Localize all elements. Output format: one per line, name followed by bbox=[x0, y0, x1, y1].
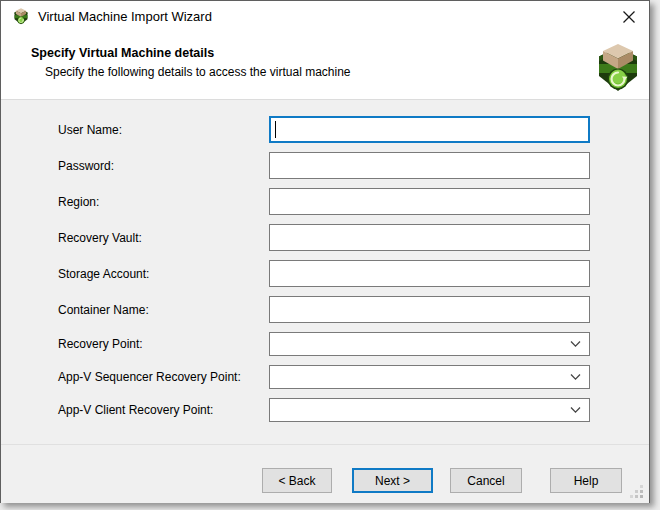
password-input[interactable] bbox=[269, 152, 590, 179]
recovery-point-label: Recovery Point: bbox=[58, 337, 269, 351]
region-label: Region: bbox=[58, 195, 269, 209]
container-name-input[interactable] bbox=[269, 296, 590, 323]
storage-account-label: Storage Account: bbox=[58, 267, 269, 281]
vm-package-icon bbox=[596, 43, 640, 93]
recovery-point-combobox[interactable] bbox=[269, 332, 590, 356]
field-row-password: Password: bbox=[58, 152, 649, 179]
help-button[interactable]: Help bbox=[550, 468, 622, 493]
recovery-vault-label: Recovery Vault: bbox=[58, 231, 269, 245]
appv-client-recovery-point-label: App-V Client Recovery Point: bbox=[58, 403, 269, 417]
chevron-down-icon bbox=[570, 374, 581, 381]
close-button[interactable] bbox=[618, 6, 640, 28]
appv-sequencer-recovery-point-combobox[interactable] bbox=[269, 365, 590, 389]
form-area: User Name: Password: Region: Recovery Va… bbox=[1, 100, 649, 445]
user-name-label: User Name: bbox=[58, 123, 269, 137]
field-row-user-name: User Name: bbox=[58, 116, 649, 143]
resize-grip-icon[interactable] bbox=[630, 485, 644, 499]
chevron-down-icon bbox=[570, 407, 581, 414]
field-row-recovery-vault: Recovery Vault: bbox=[58, 224, 649, 251]
field-row-storage-account: Storage Account: bbox=[58, 260, 649, 287]
password-label: Password: bbox=[58, 159, 269, 173]
field-row-container-name: Container Name: bbox=[58, 296, 649, 323]
vm-package-icon bbox=[13, 8, 29, 25]
back-button[interactable]: < Back bbox=[262, 468, 332, 493]
storage-account-input[interactable] bbox=[269, 260, 590, 287]
cancel-button[interactable]: Cancel bbox=[450, 468, 522, 493]
window-title: Virtual Machine Import Wizard bbox=[38, 9, 212, 24]
page-subtitle: Specify the following details to access … bbox=[45, 65, 351, 79]
wizard-header: Specify Virtual Machine details Specify … bbox=[1, 31, 649, 100]
container-name-label: Container Name: bbox=[58, 303, 269, 317]
chevron-down-icon bbox=[570, 341, 581, 348]
field-row-appv-client-recovery-point: App-V Client Recovery Point: bbox=[58, 398, 649, 422]
field-row-appv-sequencer-recovery-point: App-V Sequencer Recovery Point: bbox=[58, 365, 649, 389]
field-row-region: Region: bbox=[58, 188, 649, 215]
field-row-recovery-point: Recovery Point: bbox=[58, 332, 649, 356]
titlebar[interactable]: Virtual Machine Import Wizard bbox=[1, 1, 649, 31]
button-bar: < Back Next > Cancel Help bbox=[1, 445, 649, 503]
appv-sequencer-recovery-point-label: App-V Sequencer Recovery Point: bbox=[58, 370, 269, 384]
region-input[interactable] bbox=[269, 188, 590, 215]
user-name-input[interactable] bbox=[269, 116, 590, 143]
wizard-dialog: Virtual Machine Import Wizard Specify Vi… bbox=[0, 0, 650, 503]
page-title: Specify Virtual Machine details bbox=[31, 46, 214, 60]
recovery-vault-input[interactable] bbox=[269, 224, 590, 251]
close-icon bbox=[622, 10, 636, 24]
appv-client-recovery-point-combobox[interactable] bbox=[269, 398, 590, 422]
next-button[interactable]: Next > bbox=[352, 468, 433, 493]
